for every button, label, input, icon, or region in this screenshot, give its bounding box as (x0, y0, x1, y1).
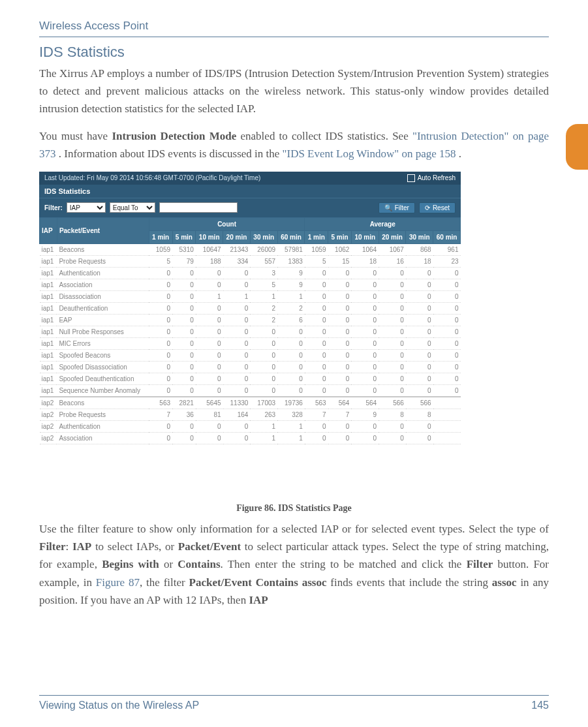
cell-count: 563 (149, 397, 172, 409)
cell-count: 0 (172, 337, 196, 349)
filter-bar: Filter: IAP Equal To 🔍 Filter ⟳ Reset (39, 198, 461, 217)
table-row: iap1Probe Requests5791883345571383515181… (40, 255, 461, 267)
table-row: iap1Spoofed Deauthentication000000000000 (40, 373, 461, 384)
xref-ids-event-log[interactable]: "IDS Event Log Window" on page 158 (283, 147, 456, 160)
cell-count: 0 (250, 361, 277, 373)
col-avg-header[interactable]: 10 min (351, 230, 379, 243)
cell-count: 0 (196, 373, 223, 384)
cell-event: Deauthentication (57, 302, 149, 314)
cell-count: 0 (149, 361, 172, 373)
cell-count: 1 (250, 432, 277, 444)
col-count-header[interactable]: 10 min (196, 230, 223, 243)
cell-avg: 0 (379, 361, 406, 373)
col-event[interactable]: Packet/Event (57, 217, 149, 243)
col-count-header[interactable]: 1 min (149, 230, 172, 243)
cell-avg: 0 (328, 349, 352, 361)
cell-event: Beacons (57, 397, 149, 409)
cell-count: 0 (196, 314, 223, 326)
cell-avg: 0 (351, 373, 379, 384)
cell-count: 9 (277, 279, 305, 290)
filter-button-label: Filter (395, 204, 409, 211)
cell-avg: 0 (328, 337, 352, 349)
cell-avg: 0 (351, 432, 379, 444)
search-icon: 🔍 (384, 204, 392, 211)
cell-count: 79 (172, 255, 196, 267)
cell-count: 5 (149, 255, 172, 267)
cell-avg: 0 (406, 373, 433, 384)
cell-avg: 0 (406, 326, 433, 337)
col-count-header[interactable]: 20 min (223, 230, 251, 243)
page-footer: Viewing Status on the Wireless AP 145 (39, 695, 549, 711)
col-count-header[interactable]: 5 min (172, 230, 196, 243)
cell-count: 1 (277, 420, 305, 432)
intro-paragraph: The Xirrus AP employs a number of IDS/IP… (39, 65, 549, 118)
cell-avg: 0 (433, 373, 461, 384)
cell-avg: 0 (351, 290, 379, 302)
col-avg-header[interactable]: 20 min (379, 230, 406, 243)
filter-button[interactable]: 🔍 Filter (379, 202, 415, 213)
col-avg-header[interactable]: 5 min (328, 230, 352, 243)
col-avg-header[interactable]: 1 min (305, 230, 328, 243)
reset-icon: ⟳ (425, 204, 430, 211)
cell-count: 17003 (250, 397, 277, 409)
col-count-header[interactable]: 30 min (250, 230, 277, 243)
cell-avg: 1067 (379, 243, 406, 255)
cell-count: 0 (223, 279, 251, 290)
bold-text: Contains (178, 558, 220, 570)
cell-avg: 0 (305, 349, 328, 361)
cell-count: 0 (223, 349, 251, 361)
bold-text: Packet/Event (178, 540, 241, 553)
table-row: iap1Spoofed Disassociation000000000000 (40, 361, 461, 373)
cell-avg: 0 (379, 337, 406, 349)
thumb-index-tab (566, 124, 588, 170)
reset-button[interactable]: ⟳ Reset (419, 202, 456, 213)
cell-iap: iap2 (40, 432, 57, 444)
filter-type-select[interactable]: IAP (67, 202, 106, 213)
col-avg-header[interactable]: 60 min (433, 230, 461, 243)
cell-count: 0 (196, 432, 223, 444)
bold-text: IAP (72, 540, 91, 553)
cell-event: Spoofed Beacons (57, 349, 149, 361)
cell-avg: 0 (305, 302, 328, 314)
cell-event: Spoofed Disassociation (57, 361, 149, 373)
table-row: iap1MIC Errors000000000000 (40, 337, 461, 349)
cell-avg: 868 (406, 243, 433, 255)
xref-figure-87[interactable]: Figure 87 (96, 576, 140, 589)
cell-avg: 0 (351, 349, 379, 361)
cell-count: 0 (149, 420, 172, 432)
col-iap[interactable]: IAP (40, 217, 57, 243)
cell-iap: iap1 (40, 373, 57, 384)
cell-avg: 0 (433, 267, 461, 279)
cell-avg: 8 (379, 409, 406, 420)
cell-count: 0 (196, 420, 223, 432)
cell-iap: iap1 (40, 255, 57, 267)
col-count-header[interactable]: 60 min (277, 230, 305, 243)
cell-count: 0 (250, 326, 277, 337)
filter-match-select[interactable]: Equal To (110, 202, 155, 213)
cell-count: 0 (149, 337, 172, 349)
cell-count: 0 (149, 349, 172, 361)
filter-text-input[interactable] (159, 202, 238, 213)
header-rule (39, 37, 549, 37)
col-avg-header[interactable]: 30 min (406, 230, 433, 243)
cell-event: Probe Requests (57, 255, 149, 267)
bold-text: assoc (492, 576, 517, 589)
cell-count: 0 (196, 349, 223, 361)
cell-avg: 0 (305, 314, 328, 326)
cell-count: 1 (196, 290, 223, 302)
auto-refresh-toggle[interactable]: Auto Refresh (407, 174, 456, 182)
cell-event: Sequence Number Anomaly (57, 384, 149, 397)
cell-count: 10647 (196, 243, 223, 255)
cell-count: 0 (172, 314, 196, 326)
cell-avg: 0 (379, 349, 406, 361)
cell-avg: 0 (406, 432, 433, 444)
cell-event: Null Probe Responses (57, 326, 149, 337)
cell-avg: 0 (433, 337, 461, 349)
cell-avg: 0 (406, 302, 433, 314)
panel-title: IDS Statistics (39, 185, 461, 198)
cell-event: Beacons (57, 243, 149, 255)
cell-avg: 18 (406, 255, 433, 267)
cell-iap: iap1 (40, 302, 57, 314)
bold-text: IAP (249, 594, 268, 606)
cell-avg: 0 (379, 326, 406, 337)
